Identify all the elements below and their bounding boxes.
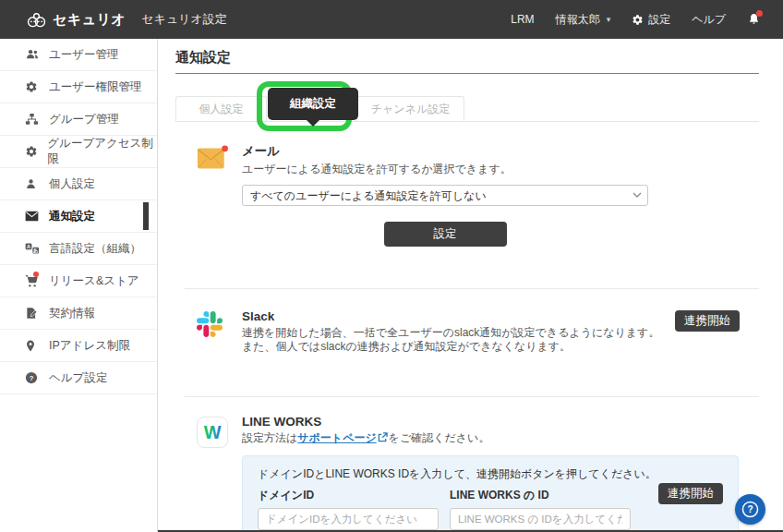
slack-section: Slack 連携を開始した場合、一括で全ユーザーのslack通知が設定できるよう… (175, 308, 759, 354)
slack-description-line1: 連携を開始した場合、一括で全ユーザーのslack通知が設定できるようになります。 (242, 326, 675, 340)
sidebar-item-help-settings[interactable]: ? ヘルプ設定 (0, 362, 157, 394)
mail-description: ユーザーによる通知設定を許可するか選択できます。 (242, 163, 759, 176)
external-link-icon (378, 432, 388, 446)
support-page-link[interactable]: サポートページ (297, 431, 376, 444)
section-divider (185, 288, 759, 289)
sidebar-item-user-management[interactable]: ユーザー管理 (0, 39, 157, 71)
sidebar-item-label: ユーザー権限管理 (49, 79, 142, 95)
sidebar-item-label: 個人設定 (49, 176, 95, 192)
mail-save-button[interactable]: 設定 (384, 222, 507, 247)
app-window: セキュリオ セキュリオ設定 LRM 情報太郎 ▾ 設定 ヘルプ (0, 0, 783, 532)
map-marker-icon (25, 339, 49, 353)
sidebar-item-notification-settings[interactable]: 通知設定 (0, 200, 157, 233)
slack-icon (175, 308, 242, 354)
active-item-indicator (143, 202, 149, 230)
mail-permission-select[interactable]: すべてのユーザーによる通知設定を許可しない (242, 185, 648, 206)
brand-home-link[interactable]: セキュリオ (26, 11, 126, 29)
language-icon: Aあ (25, 242, 49, 255)
bell-icon (747, 12, 761, 27)
lineworks-section: W LINE WORKS 設定方法はサポートページをご確認ください。 ドメインI… (175, 414, 759, 532)
svg-text:A: A (27, 244, 30, 249)
sidebar-item-label: グループアクセス制限 (47, 136, 157, 167)
lineworks-description-suffix: をご確認ください。 (389, 431, 490, 444)
gear-icon (632, 14, 644, 26)
sidebar-item-language-settings[interactable]: Aあ 言語設定（組織） (0, 233, 157, 265)
mail-permission-select-wrap: すべてのユーザーによる通知設定を許可しない (242, 185, 648, 206)
sidebar-item-contract-info[interactable]: 契約情報 (0, 297, 157, 330)
top-header: セキュリオ セキュリオ設定 LRM 情報太郎 ▾ 設定 ヘルプ (0, 0, 783, 39)
works-id-input[interactable] (450, 508, 631, 530)
notification-dot (756, 10, 763, 17)
user-icon (25, 177, 49, 190)
envelope-icon (25, 211, 49, 222)
app-title: セキュリオ設定 (141, 11, 227, 28)
tab-personal-settings[interactable]: 個人設定 (175, 96, 267, 121)
help-fab-button[interactable]: ? (735, 494, 765, 525)
sidebar-item-personal-settings[interactable]: 個人設定 (0, 168, 157, 200)
nav-lrm[interactable]: LRM (511, 13, 534, 26)
chevron-down-icon: ▾ (607, 15, 611, 24)
sidebar-item-group-access[interactable]: グループアクセス制限 (0, 136, 157, 168)
works-id-label: LINE WORKS の ID (450, 488, 631, 503)
header-nav: LRM 情報太郎 ▾ 設定 ヘルプ (511, 12, 761, 28)
sidebar-item-label: ヘルプ設定 (49, 370, 107, 386)
securio-logo-icon (26, 11, 47, 29)
sidebar-item-ip-restriction[interactable]: IPアドレス制限 (0, 330, 157, 362)
sidebar-item-label: 通知設定 (49, 209, 95, 224)
nav-settings-label: 設定 (648, 12, 670, 28)
store-badge-dot (33, 272, 39, 277)
nav-help-label: ヘルプ (692, 12, 726, 28)
page-title: 通知設定 (175, 49, 759, 66)
lineworks-title: LINE WORKS (242, 415, 759, 429)
sidebar-item-release-store[interactable]: リリース&ストア (0, 265, 157, 297)
sitemap-icon (25, 113, 49, 126)
sidebar-item-user-permissions[interactable]: ユーザー権限管理 (0, 71, 157, 103)
nav-help[interactable]: ヘルプ (692, 12, 726, 28)
svg-text:W: W (204, 422, 222, 442)
logo-text: セキュリオ (53, 11, 126, 29)
svg-text:?: ? (747, 504, 753, 514)
slack-connect-button[interactable]: 連携開始 (675, 310, 740, 332)
tab-channel-settings[interactable]: チャンネル設定 (356, 96, 464, 121)
lineworks-description: 設定方法はサポートページをご確認ください。 (242, 431, 759, 446)
nav-settings[interactable]: 設定 (632, 12, 670, 28)
sidebar-item-label: 契約情報 (49, 306, 95, 321)
click-annotation-tooltip: 組織設定 (268, 88, 358, 120)
gear-icon (25, 80, 49, 93)
section-divider (185, 396, 759, 397)
panel-instruction: ドメインIDとLINE WORKS IDを入力して、連携開始ボタンを押してくださ… (258, 467, 723, 481)
domain-id-input[interactable] (258, 508, 439, 530)
lineworks-icon: W (175, 414, 242, 532)
svg-text:あ: あ (33, 248, 39, 254)
domain-id-label: ドメインID (258, 488, 439, 503)
contract-icon (25, 307, 49, 320)
nav-lrm-label: LRM (511, 13, 534, 26)
settings-sidebar: ユーザー管理 ユーザー権限管理 グループ管理 グループアクセス制限 個人設定 (0, 39, 158, 532)
user-menu[interactable]: 情報太郎 ▾ (556, 12, 611, 28)
question-circle-icon: ? (741, 500, 760, 519)
users-icon (25, 48, 49, 61)
sidebar-item-label: リリース&ストア (49, 273, 139, 289)
mail-section: メール ユーザーによる通知設定を許可するか選択できます。 すべてのユーザーによる… (175, 142, 759, 247)
gear-icon (25, 145, 47, 158)
sidebar-item-label: グループ管理 (49, 112, 119, 127)
lineworks-connect-panel: ドメインIDとLINE WORKS IDを入力して、連携開始ボタンを押してくださ… (242, 455, 739, 532)
lineworks-connect-button[interactable]: 連携開始 (658, 483, 723, 504)
lineworks-description-prefix: 設定方法は (242, 431, 297, 444)
slack-title: Slack (242, 309, 675, 323)
mail-icon (175, 142, 242, 247)
cart-icon (25, 274, 49, 287)
help-icon: ? (25, 371, 49, 384)
slack-description-line2: また、個人ではslackの連携および通知設定ができなくなります。 (242, 340, 675, 354)
sidebar-item-label: IPアドレス制限 (49, 338, 130, 354)
sidebar-item-label: ユーザー管理 (49, 47, 119, 63)
user-name: 情報太郎 (556, 12, 600, 28)
sidebar-item-group-management[interactable]: グループ管理 (0, 103, 157, 136)
notification-bell[interactable] (747, 12, 761, 27)
title-divider (175, 73, 759, 74)
svg-text:?: ? (30, 374, 34, 382)
sidebar-item-label: 言語設定（組織） (49, 241, 141, 257)
mail-title: メール (242, 143, 759, 160)
